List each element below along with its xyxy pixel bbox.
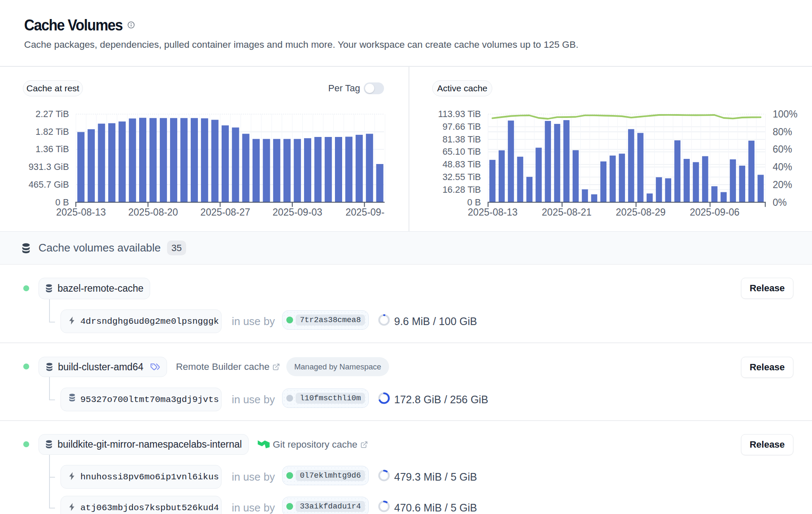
svg-text:2025-09-03: 2025-09-03 [272,207,322,218]
svg-text:81.38 TiB: 81.38 TiB [442,134,481,145]
svg-text:60%: 60% [773,144,792,155]
svg-text:2025-09-: 2025-09- [346,207,384,218]
svg-text:2025-09-06: 2025-09-06 [690,207,740,218]
svg-text:2025-08-21: 2025-08-21 [542,207,592,218]
svg-text:1.36 TiB: 1.36 TiB [36,144,69,154]
svg-text:465.7 GiB: 465.7 GiB [28,180,69,190]
svg-text:65.10 TiB: 65.10 TiB [442,147,481,157]
svg-text:20%: 20% [773,179,792,190]
svg-text:2.27 TiB: 2.27 TiB [36,109,69,119]
svg-text:1.82 TiB: 1.82 TiB [36,127,69,137]
svg-text:2025-08-27: 2025-08-27 [200,207,250,218]
svg-text:100%: 100% [773,109,798,120]
svg-text:931.3 GiB: 931.3 GiB [28,162,69,172]
svg-text:32.55 TiB: 32.55 TiB [442,172,481,182]
svg-text:2025-08-29: 2025-08-29 [616,207,666,218]
svg-text:40%: 40% [773,161,792,172]
svg-text:0 B: 0 B [467,197,481,208]
svg-text:97.66 TiB: 97.66 TiB [442,122,481,132]
svg-text:0%: 0% [773,197,787,208]
svg-text:80%: 80% [773,126,792,137]
svg-text:48.83 TiB: 48.83 TiB [442,159,481,170]
svg-text:2025-08-13: 2025-08-13 [56,207,106,218]
svg-text:113.93 TiB: 113.93 TiB [438,109,481,119]
svg-text:16.28 TiB: 16.28 TiB [442,185,481,195]
svg-text:2025-08-20: 2025-08-20 [128,207,178,218]
svg-text:0 B: 0 B [55,197,69,208]
svg-text:2025-08-13: 2025-08-13 [468,207,518,218]
